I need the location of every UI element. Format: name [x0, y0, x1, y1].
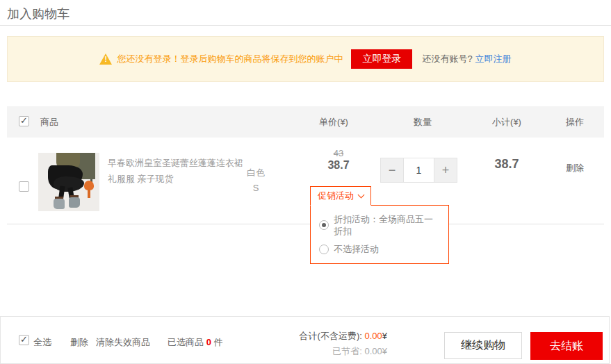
totals-block: 合计(不含运费): 0.00¥ 已节省: 0.00¥ [300, 329, 387, 359]
total-label: 合计(不含运费): [300, 331, 365, 341]
column-header-unit-price: 单价(¥) [319, 116, 348, 129]
radio-selected-icon[interactable] [319, 220, 329, 230]
no-account-text: 还没有账号? [422, 53, 472, 65]
login-button[interactable]: 立即登录 [351, 49, 412, 69]
column-header-action: 操作 [566, 116, 584, 129]
column-header-subtotal: 小计(¥) [492, 116, 521, 129]
clear-invalid-link[interactable]: 清除失效商品 [96, 336, 150, 349]
promotion-option[interactable]: 折扣活动：全场商品五一折扣 [319, 213, 440, 237]
selected-count: 0 [206, 337, 211, 347]
title-divider [0, 25, 611, 26]
banner-message: 您还没有登录！登录后购物车的商品将保存到您的账户中 [117, 53, 343, 65]
page-title: 加入购物车 [7, 6, 70, 22]
cart-table-header: 商品 单价(¥) 数量 小计(¥) 操作 [7, 106, 604, 138]
select-all-header-checkbox[interactable] [19, 116, 29, 126]
banner-message-wrap: ! 您还没有登录！登录后购物车的商品将保存到您的账户中 [99, 53, 343, 65]
image-art-boot [54, 199, 65, 209]
unit-price-block: 43 38.7 [327, 148, 349, 172]
promotion-option-label: 折扣活动：全场商品五一折扣 [334, 213, 440, 237]
login-banner: ! 您还没有登录！登录后购物车的商品将保存到您的账户中 立即登录 还没有账号? … [7, 36, 604, 82]
quantity-input[interactable] [403, 158, 434, 182]
total-value: 0.00 [364, 331, 382, 341]
selected-suffix: 件 [211, 337, 223, 347]
quantity-stepper: − + [380, 158, 457, 183]
cart-footer-bar: 全选 删除 清除失效商品 已选商品 0 件 合计(不含运费): 0.00¥ 已节… [0, 316, 610, 364]
current-price: 38.7 [327, 159, 349, 172]
currency-symbol: ¥ [382, 331, 387, 341]
product-color: 白色 [236, 165, 275, 181]
saved-value: 0.00 [364, 346, 382, 356]
promotion-dropdown-panel: 折扣活动：全场商品五一折扣 不选择活动 [310, 205, 449, 264]
select-all-checkbox[interactable] [19, 335, 29, 345]
quantity-increase-button[interactable]: + [434, 158, 457, 182]
image-art-lamp-base [88, 190, 90, 198]
promotion-option[interactable]: 不选择活动 [319, 243, 440, 255]
footer-delete-link[interactable]: 删除 [70, 336, 88, 349]
selected-count-text: 已选商品 0 件 [168, 336, 222, 349]
checkout-button[interactable]: 去结账 [530, 332, 603, 360]
saved-label: 已节省: [332, 346, 364, 356]
promotion-label: 促销活动 [318, 190, 354, 202]
image-art-lamp [84, 181, 94, 190]
product-variant: 白色 S [236, 165, 275, 196]
total-line: 合计(不含运费): 0.00¥ [300, 329, 387, 344]
chevron-down-icon [358, 192, 365, 199]
currency-symbol: ¥ [382, 346, 387, 356]
selected-prefix: 已选商品 [168, 337, 206, 347]
register-link[interactable]: 立即注册 [475, 53, 512, 65]
original-price: 43 [327, 148, 349, 158]
radio-unselected-icon[interactable] [319, 245, 329, 254]
select-all-label[interactable]: 全选 [33, 336, 51, 349]
quantity-decrease-button[interactable]: − [381, 158, 403, 182]
continue-shopping-button[interactable]: 继续购物 [444, 332, 522, 359]
warning-mark: ! [104, 56, 106, 63]
product-image[interactable] [38, 153, 99, 211]
product-title[interactable]: 早春欧洲皇室圣诞蕾丝蓬蓬连衣裙礼服服 亲子现货 [108, 155, 244, 187]
column-header-quantity: 数量 [414, 116, 432, 129]
column-header-product: 商品 [40, 116, 58, 129]
promotion-option-label: 不选择活动 [334, 243, 379, 255]
item-checkbox[interactable] [19, 181, 29, 192]
item-subtotal: 38.7 [494, 157, 519, 172]
image-art-boot [69, 197, 80, 208]
product-size: S [236, 181, 275, 196]
promotion-dropdown-toggle[interactable]: 促销活动 [310, 186, 371, 206]
cart-item-row: 早春欧洲皇室圣诞蕾丝蓬蓬连衣裙礼服服 亲子现货 白色 S 43 38.7 − +… [7, 138, 604, 224]
warning-icon: ! [99, 53, 112, 65]
delete-item-link[interactable]: 删除 [566, 162, 584, 174]
saved-line: 已节省: 0.00¥ [300, 344, 387, 359]
